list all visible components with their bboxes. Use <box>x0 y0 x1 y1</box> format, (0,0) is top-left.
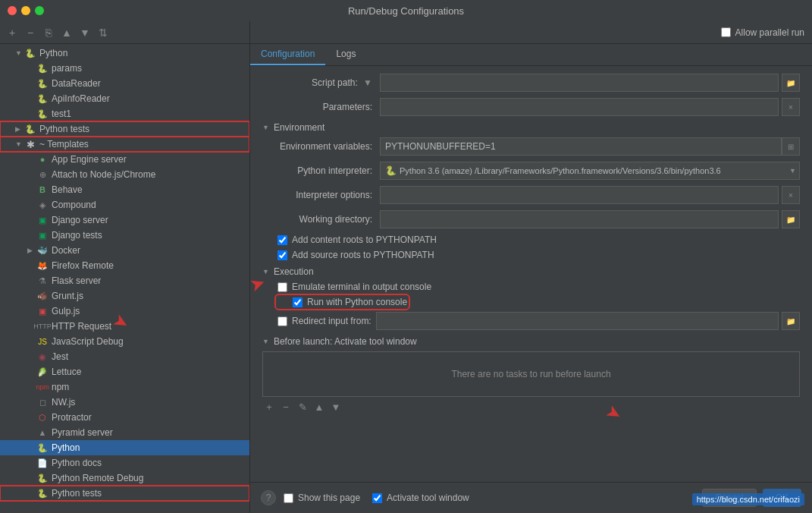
env-vars-label: Environment variables: <box>262 141 380 152</box>
activate-tool-label: Activate tool window <box>387 493 469 503</box>
help-button[interactable]: ? <box>261 490 276 505</box>
tab-configuration[interactable]: Configuration <box>250 44 325 65</box>
tree-item-nwjs[interactable]: ◻ NW.js <box>0 395 249 410</box>
parameters-row: Parameters: × <box>262 98 800 116</box>
script-path-row: Script path: ▼ 📁 <box>262 74 800 92</box>
copy-config-button[interactable]: ⎘ <box>41 25 56 40</box>
env-vars-input-group: ⊞ <box>380 137 800 156</box>
tab-logs[interactable]: Logs <box>325 44 366 65</box>
tree-item-python-remote[interactable]: 🐍 Python Remote Debug <box>0 471 249 486</box>
python-docs-label: Python docs <box>52 458 102 468</box>
tree-item-lettuce[interactable]: 🥬 Lettuce <box>0 364 249 379</box>
parameters-clear-button[interactable]: × <box>782 98 800 116</box>
before-launch-collapse-icon[interactable]: ▼ <box>262 338 269 345</box>
datareader-icon: 🐍 <box>36 77 49 90</box>
tree-item-firefox[interactable]: 🦊 Firefox Remote <box>0 258 249 273</box>
expand-docker-icon: ▶ <box>27 247 36 254</box>
apireader-icon: 🐍 <box>36 93 49 105</box>
allow-parallel-checkbox[interactable] <box>721 27 731 37</box>
tree-item-datareader[interactable]: 🐍 DataReader <box>0 76 249 91</box>
tree-item-http[interactable]: HTTP HTTP Request <box>0 319 249 334</box>
before-launch-down-button[interactable]: ▼ <box>329 400 343 414</box>
execution-collapse-icon[interactable]: ▼ <box>262 268 269 275</box>
parameters-input[interactable] <box>380 98 779 116</box>
tree-item-django-tests[interactable]: ▣ Django tests <box>0 228 249 243</box>
protractor-label: Protractor <box>52 412 92 423</box>
tree-item-attach[interactable]: ⊕ Attach to Node.js/Chrome <box>0 167 249 182</box>
working-dir-browse-button[interactable]: 📁 <box>782 210 800 228</box>
django-tests-label: Django tests <box>52 230 102 241</box>
python-item-icon: 🐍 <box>36 442 49 454</box>
interpreter-value: Python 3.6 (amaze) /Library/Frameworks/P… <box>400 166 789 175</box>
env-vars-input[interactable] <box>380 137 782 156</box>
redirect-checkbox[interactable] <box>277 316 287 326</box>
tree-item-docker[interactable]: ▶ 🐳 Docker <box>0 243 249 258</box>
maximize-button[interactable] <box>35 6 44 15</box>
tree-item-python-tests[interactable]: 🐍 Python tests <box>0 486 249 501</box>
minimize-button[interactable] <box>21 6 30 15</box>
redirect-browse-button[interactable]: 📁 <box>782 312 800 330</box>
allow-parallel-row: Allow parallel run <box>721 27 804 38</box>
script-path-input-group: 📁 <box>380 74 800 92</box>
add-config-button[interactable]: + <box>5 25 20 40</box>
remove-config-button[interactable]: − <box>23 25 38 40</box>
tree-item-jsdebug[interactable]: JS JavaScript Debug <box>0 334 249 349</box>
script-path-dropdown[interactable]: ▼ <box>363 77 372 88</box>
tree-item-test1[interactable]: 🐍 test1 <box>0 106 249 121</box>
sort-button[interactable]: ⇅ <box>96 25 111 40</box>
environment-section: ▼ Environment <box>262 122 800 133</box>
tree-item-python-docs[interactable]: 📄 Python docs <box>0 455 249 471</box>
script-path-browse-button[interactable]: 📁 <box>782 74 800 92</box>
close-button[interactable] <box>8 6 17 15</box>
tree-item-params[interactable]: 🐍 params <box>0 61 249 76</box>
main-content: + − ⎘ ▲ ▼ ⇅ ▼ 🐍 Python 🐍 params <box>0 21 812 513</box>
tree-item-jest[interactable]: ◉ Jest <box>0 349 249 364</box>
show-page-checkbox[interactable] <box>284 493 293 503</box>
params-icon: 🐍 <box>36 62 49 74</box>
move-down-button[interactable]: ▼ <box>77 25 92 40</box>
main-window: Run/Debug Configurations + − ⎘ ▲ ▼ ⇅ ▼ 🐍… <box>0 0 812 513</box>
tree-item-behave[interactable]: B Behave <box>0 182 249 197</box>
emulate-terminal-checkbox[interactable] <box>277 282 287 292</box>
flask-icon: ⚗ <box>36 275 49 287</box>
before-launch-up-button[interactable]: ▲ <box>312 400 326 414</box>
right-panel: Allow parallel run Configuration Logs Sc… <box>250 21 812 513</box>
activate-tool-checkbox[interactable] <box>372 493 382 503</box>
interpreter-options-label: Interpreter options: <box>262 190 380 200</box>
before-launch-edit-button[interactable]: ✎ <box>296 400 309 414</box>
tree-item-appengine[interactable]: ● App Engine server <box>0 152 249 167</box>
python-group-icon: 🐍 <box>24 47 36 59</box>
allow-parallel-label: Allow parallel run <box>735 27 804 38</box>
tree-item-apireader[interactable]: 🐍 ApiInfoReader <box>0 91 249 106</box>
env-vars-edit-button[interactable]: ⊞ <box>782 137 800 156</box>
before-launch-remove-button[interactable]: − <box>279 400 293 414</box>
redirect-input[interactable] <box>376 312 779 330</box>
templates-group[interactable]: ▼ ✱ ~ Templates <box>0 137 249 152</box>
tree-item-protractor[interactable]: ⬡ Protractor <box>0 410 249 425</box>
interpreter-value-group[interactable]: 🐍 Python 3.6 (amaze) /Library/Frameworks… <box>380 162 800 180</box>
tree-item-gulp[interactable]: ▣ Gulp.js <box>0 304 249 319</box>
working-dir-input[interactable] <box>380 210 779 228</box>
before-launch-add-button[interactable]: + <box>262 400 276 414</box>
python-tests-group[interactable]: ▶ 🐍 Python tests <box>0 121 249 137</box>
tree-item-npm[interactable]: npm npm <box>0 379 249 395</box>
tree-item-python[interactable]: 🐍 Python <box>0 440 249 455</box>
tree-item-flask[interactable]: ⚗ Flask server <box>0 273 249 288</box>
tree-item-pyramid[interactable]: ▲ Pyramid server <box>0 425 249 440</box>
tree-item-django-server[interactable]: ▣ Django server <box>0 212 249 228</box>
script-path-input[interactable] <box>380 74 779 92</box>
run-python-console-row: Run with Python console <box>277 297 407 307</box>
move-up-button[interactable]: ▲ <box>59 25 74 40</box>
source-roots-checkbox[interactable] <box>277 250 287 260</box>
environment-collapse-icon[interactable]: ▼ <box>262 124 269 131</box>
run-python-console-checkbox[interactable] <box>293 297 303 307</box>
python-group[interactable]: ▼ 🐍 Python <box>0 46 249 61</box>
jest-label: Jest <box>52 351 68 362</box>
tree-item-grunt[interactable]: 🐗 Grunt.js <box>0 288 249 304</box>
python-tests-icon: 🐍 <box>36 487 49 499</box>
interpreter-options-input[interactable] <box>380 186 779 204</box>
content-roots-checkbox[interactable] <box>277 235 287 245</box>
interpreter-options-clear-button[interactable]: × <box>782 186 800 204</box>
apireader-label: ApiInfoReader <box>52 93 110 104</box>
tree-item-compound[interactable]: ◈ Compound <box>0 197 249 212</box>
